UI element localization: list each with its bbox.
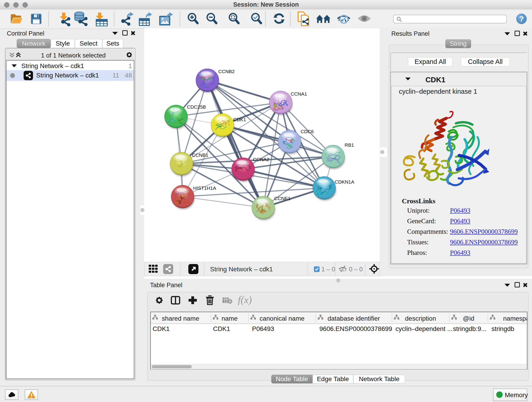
svg-text:CCNB2: CCNB2	[218, 69, 234, 74]
svg-text:CDKN1A: CDKN1A	[335, 179, 354, 185]
svg-text:CCNA2: CCNA2	[253, 157, 269, 162]
svg-text:CCNE1: CCNE1	[274, 196, 291, 201]
svg-text:HIST1H1A: HIST1H1A	[193, 185, 216, 191]
svg-text:CDC25B: CDC25B	[187, 104, 206, 109]
svg-text:CCNA1: CCNA1	[291, 91, 307, 96]
svg-text:CDC6: CDC6	[301, 129, 314, 134]
svg-text:CCNB1: CCNB1	[192, 153, 208, 158]
svg-text:CDK1: CDK1	[233, 117, 246, 122]
svg-text:RB1: RB1	[345, 142, 354, 148]
